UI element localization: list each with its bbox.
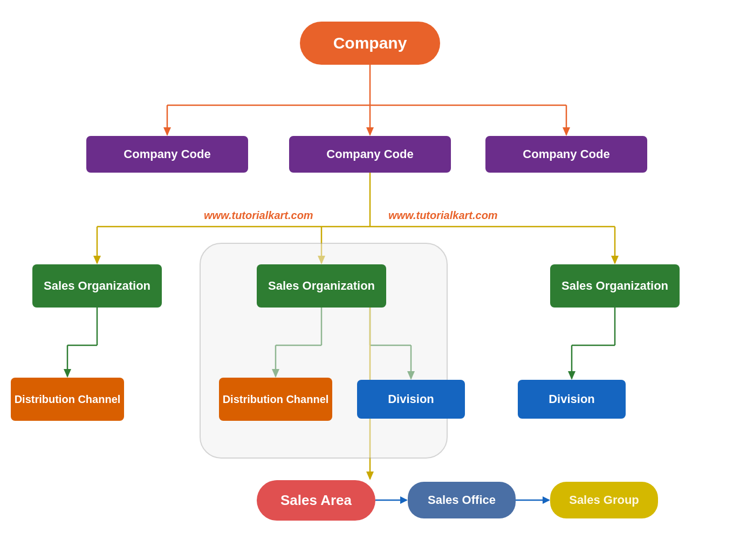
svg-marker-7 [563,127,570,136]
sales-org-node-1: Sales Organization [32,264,162,308]
watermark-1: www.tutorialkart.com [204,209,313,222]
svg-marker-15 [611,256,619,264]
sales-group-node: Sales Group [550,482,658,518]
svg-marker-37 [543,496,550,504]
company-code-node-1: Company Code [86,136,248,173]
org-chart-diagram: Company Company Code Company Code Compan… [0,0,740,560]
svg-marker-35 [400,496,408,504]
company-node: Company [300,22,440,65]
svg-marker-31 [568,371,575,380]
dist-channel-node-2: Distribution Channel [219,378,332,421]
svg-marker-3 [163,127,171,136]
svg-marker-19 [64,369,71,378]
svg-marker-5 [366,127,374,136]
division-node-2: Division [518,380,626,419]
svg-marker-33 [366,472,374,480]
svg-marker-11 [93,256,101,264]
dist-channel-node-1: Distribution Channel [11,378,124,421]
company-code-node-2: Company Code [289,136,451,173]
sales-area-node: Sales Area [257,480,375,521]
sales-office-node: Sales Office [408,482,516,518]
company-code-node-3: Company Code [485,136,647,173]
sales-org-node-3: Sales Organization [550,264,680,308]
sales-org-node-2: Sales Organization [257,264,386,308]
division-node-1: Division [357,380,465,419]
watermark-2: www.tutorialkart.com [388,209,498,222]
